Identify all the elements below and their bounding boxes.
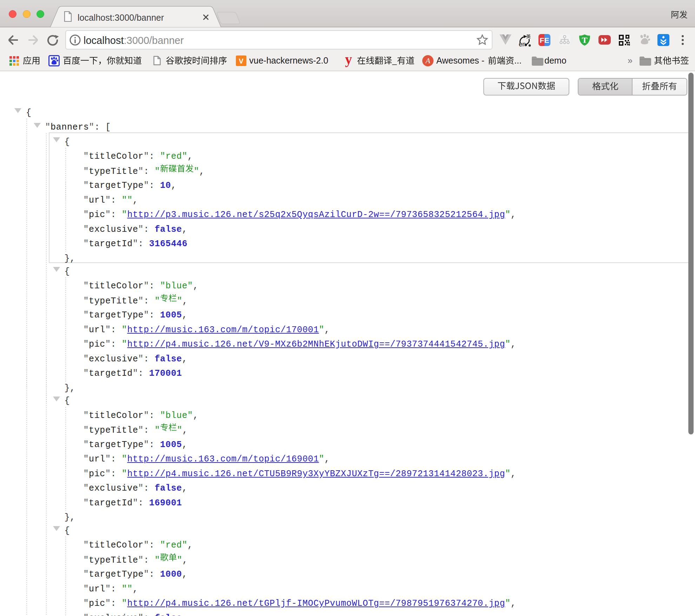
svg-text:T: T (582, 35, 587, 45)
svg-text:A: A (425, 56, 430, 65)
svg-text:V: V (239, 57, 244, 65)
svg-text:y: y (345, 53, 352, 67)
svg-text:FE: FE (540, 36, 549, 44)
